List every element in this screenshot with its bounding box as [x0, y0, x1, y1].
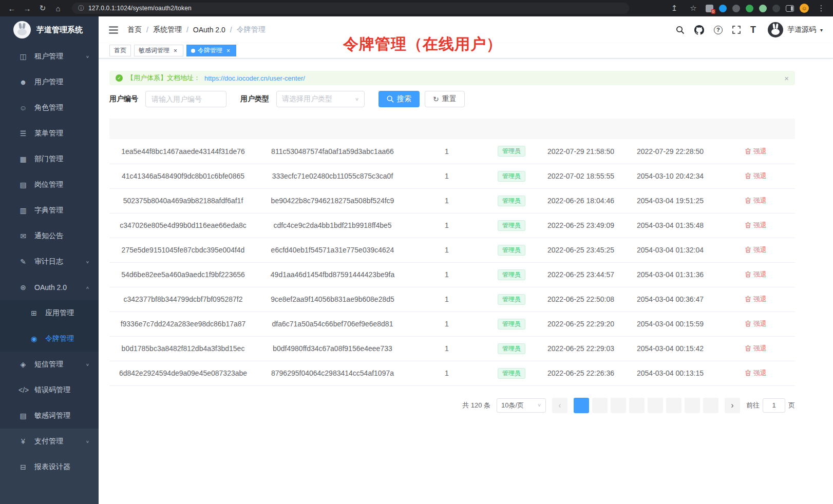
- user-type-badge: 管理员: [498, 319, 525, 329]
- sidebar-item-sms[interactable]: ◈ 短信管理 ∨: [0, 352, 99, 377]
- force-logout-button[interactable]: 强退: [745, 171, 767, 181]
- sidebar-item-oauth2[interactable]: ⊛ OAuth 2.0 ∧: [0, 275, 99, 300]
- sidebar-item-notice[interactable]: ✉ 通知公告: [0, 223, 99, 249]
- menu-label: OAuth 2.0: [34, 283, 79, 292]
- sidebar-item-pay[interactable]: ¥ 支付管理 ∨: [0, 429, 99, 454]
- extension-icon[interactable]: [759, 5, 767, 12]
- app-logo[interactable]: 芋道管理系统: [0, 16, 99, 43]
- tab[interactable]: 敏感词管理 ×: [134, 45, 183, 56]
- profile-avatar[interactable]: ☺: [800, 4, 809, 13]
- extension-icon[interactable]: 0: [706, 5, 713, 12]
- search-button[interactable]: 搜索: [378, 91, 420, 107]
- goto-page-input[interactable]: [763, 398, 785, 413]
- page-button[interactable]: [648, 398, 663, 413]
- prev-page-button[interactable]: ‹: [552, 398, 567, 413]
- refresh-token-cell: 333ecfc71e02480cb11055c875c3ca0f: [257, 164, 408, 188]
- menu-label: 菜单管理: [34, 129, 89, 138]
- breadcrumb-item[interactable]: 令牌管理: [237, 25, 266, 34]
- force-logout-button[interactable]: 强退: [745, 245, 767, 255]
- access-token-cell: c342377bf8b344799dcbf7bf095287f2: [109, 287, 257, 312]
- share-icon[interactable]: ↥: [668, 2, 681, 14]
- force-logout-button[interactable]: 强退: [745, 344, 767, 353]
- font-size-icon[interactable]: T: [750, 25, 756, 35]
- sidebar-item-error-code[interactable]: </> 错误码管理: [0, 377, 99, 403]
- force-logout-button[interactable]: 强退: [745, 319, 767, 328]
- sidebar-item-oauth2-app[interactable]: ⊞ 应用管理: [0, 300, 99, 326]
- alert-close-icon[interactable]: ×: [784, 74, 789, 83]
- menu-label: 租户管理: [34, 52, 79, 61]
- doc-link[interactable]: https://doc.iocoder.cn/user-center/: [204, 74, 305, 82]
- access-token-cell: 275e5de9151045fe87cbdc395e004f4d: [109, 238, 257, 262]
- sidebar-item-report-designer[interactable]: ⊟ 报表设计器: [0, 454, 99, 480]
- chevron-icon: ∨: [86, 260, 89, 264]
- side-panel-icon[interactable]: [786, 5, 794, 12]
- menu-label: 审计日志: [34, 257, 79, 266]
- extension-icon[interactable]: [772, 5, 780, 12]
- user-type-select[interactable]: 请选择用户类型 ∨: [276, 91, 365, 107]
- page-button[interactable]: [592, 398, 608, 413]
- user-type-badge: 管理员: [498, 368, 525, 379]
- next-page-button[interactable]: ›: [725, 398, 740, 413]
- user-type-badge: 管理员: [498, 245, 525, 256]
- extension-icon[interactable]: [732, 5, 740, 12]
- sidebar-item-menu[interactable]: ☰ 菜单管理: [0, 121, 99, 146]
- sidebar-item-dict[interactable]: ▥ 字典管理: [0, 198, 99, 223]
- bookmark-star-icon[interactable]: ☆: [687, 2, 700, 14]
- sidebar-item-sensitive-word[interactable]: ▤ 敏感词管理: [0, 403, 99, 429]
- reload-icon[interactable]: ↻: [36, 2, 49, 14]
- force-logout-button[interactable]: 强退: [745, 221, 767, 230]
- expire-time-cell: 2054-03-10 20:42:34: [624, 164, 716, 188]
- reset-button[interactable]: ↻ 重置: [425, 91, 465, 107]
- breadcrumb-item[interactable]: OAuth 2.0 /: [193, 26, 237, 34]
- user-id-cell: 1: [408, 336, 485, 361]
- page-button[interactable]: [685, 398, 700, 413]
- help-icon[interactable]: ?: [714, 26, 723, 34]
- force-logout-button[interactable]: 强退: [745, 196, 767, 205]
- browser-menu-icon[interactable]: ⋮: [815, 2, 828, 14]
- tab-close-icon[interactable]: ×: [225, 47, 232, 54]
- sidebar-item-dept[interactable]: ▦ 部门管理: [0, 146, 99, 172]
- force-logout-button[interactable]: 强退: [745, 295, 767, 304]
- sidebar-item-tenant[interactable]: ◫ 租户管理 ∨: [0, 44, 99, 69]
- sidebar-item-user[interactable]: ☻ 用户管理: [0, 69, 99, 95]
- extension-icon[interactable]: [719, 5, 727, 12]
- table-row: c342377bf8b344799dcbf7bf095287f2 9ce8ef2…: [109, 287, 795, 312]
- forward-icon[interactable]: →: [21, 2, 34, 14]
- page-size-select[interactable]: 10条/页 ∨: [497, 398, 546, 413]
- collapse-menu-icon[interactable]: [109, 26, 118, 34]
- tab-close-icon[interactable]: ×: [172, 47, 179, 54]
- force-logout-button[interactable]: 强退: [745, 147, 767, 156]
- page-button[interactable]: [703, 398, 718, 413]
- tab[interactable]: 首页: [109, 45, 131, 56]
- back-icon[interactable]: ←: [5, 2, 18, 14]
- sidebar-item-post[interactable]: ▤ 岗位管理: [0, 172, 99, 198]
- sidebar-item-oauth2-token[interactable]: ◉ 令牌管理: [0, 326, 99, 352]
- extension-icon[interactable]: [746, 5, 753, 12]
- user-menu[interactable]: 芋道源码 ▾: [768, 22, 823, 37]
- breadcrumb-item[interactable]: 系统管理 /: [153, 25, 193, 34]
- page-button[interactable]: [574, 398, 589, 413]
- extension-badge: 0: [711, 9, 715, 14]
- chevron-icon: ∧: [86, 285, 89, 289]
- force-logout-button[interactable]: 强退: [745, 270, 767, 279]
- sidebar-item-audit-log[interactable]: ✎ 审计日志 ∨: [0, 249, 99, 275]
- url-bar[interactable]: ⓘ 127.0.0.1:1024/system/oauth2/token: [72, 3, 629, 14]
- force-logout-button[interactable]: 强退: [745, 369, 767, 378]
- page-button[interactable]: [611, 398, 626, 413]
- site-info-icon[interactable]: ⓘ: [78, 4, 84, 13]
- page-button[interactable]: [666, 398, 681, 413]
- user-type-cell: 管理员: [485, 336, 538, 361]
- force-logout-label: 强退: [753, 344, 767, 353]
- sidebar-item-role[interactable]: ☺ 角色管理: [0, 95, 99, 121]
- github-icon[interactable]: [694, 25, 704, 35]
- refresh-token-cell: dfa6c71a50a54c66bef706ef9e6e8d81: [257, 312, 408, 336]
- create-time-cell: 2022-07-29 21:58:50: [538, 139, 624, 164]
- home-icon[interactable]: ⌂: [51, 2, 65, 14]
- search-icon[interactable]: [676, 26, 685, 34]
- menu-label: 短信管理: [34, 360, 79, 369]
- user-id-input[interactable]: [145, 91, 226, 107]
- breadcrumb-item[interactable]: 首页 /: [127, 25, 153, 34]
- page-button[interactable]: [629, 398, 645, 413]
- tab[interactable]: 令牌管理 ×: [186, 45, 236, 56]
- fullscreen-icon[interactable]: [732, 26, 741, 34]
